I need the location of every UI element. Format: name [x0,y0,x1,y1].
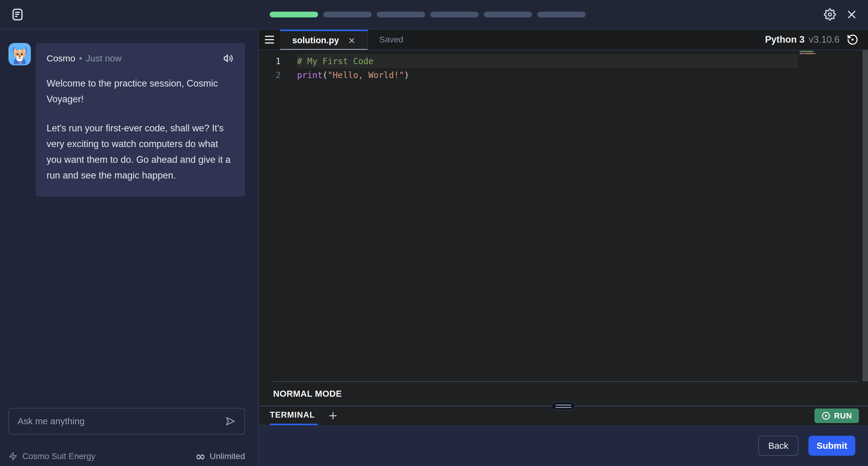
chat-message: Cosmo • Just now Welcome to the practice… [8,43,245,197]
sender-name: Cosmo [46,53,75,63]
vim-mode-label: NORMAL MODE [273,389,342,399]
terminal-tab-label: TERMINAL [270,410,315,420]
message-paragraph: Let's run your first-ever code, shall we… [46,120,234,183]
energy-status-row: Cosmo Suit Energy ∞ Unlimited [8,447,245,466]
workspace: solution.py Saved Python 3 v3.10.6 [259,30,868,466]
message-card: Cosmo • Just now Welcome to the practice… [36,43,245,197]
tab-solution-py[interactable]: solution.py [280,30,368,50]
progress-segment [430,12,479,18]
progress-segment [377,12,425,18]
chat-panel: Cosmo • Just now Welcome to the practice… [0,30,259,466]
run-button[interactable]: RUN [814,408,859,423]
code-line: 1 # My First Code [259,54,868,68]
lightning-bolt-icon [8,452,18,461]
runtime-version: v3.10.6 [809,34,840,45]
code-token-function: print [297,70,322,80]
play-icon [822,411,831,420]
back-button[interactable]: Back [758,436,799,456]
editor-scrollbar[interactable] [863,50,868,381]
message-separator: • [79,53,82,63]
infinity-icon: ∞ [195,452,205,461]
progress-segment [323,12,372,18]
send-icon[interactable] [224,415,236,427]
runtime-info: Python 3 v3.10.6 [765,30,868,50]
runtime-name: Python 3 [765,34,805,45]
save-status: Saved [379,35,403,45]
settings-gear-icon[interactable] [824,8,836,21]
run-button-label: RUN [834,411,852,420]
speaker-icon[interactable] [223,53,234,64]
submit-button[interactable]: Submit [808,436,855,456]
progress-segment [484,12,532,18]
code-token-punctuation: ( [322,70,328,80]
line-number: 1 [259,56,281,66]
code-line: 2 print("Hello, World!") [259,68,868,82]
editor-tab-bar: solution.py Saved Python 3 v3.10.6 [259,30,868,50]
panel-resize-divider [259,406,868,406]
progress-segment [270,12,318,18]
message-paragraph: Welcome to the practice session, Cosmic … [46,76,234,107]
lesson-progress [270,12,586,18]
minimap [800,51,815,55]
tab-close-icon[interactable] [348,37,355,44]
code-token-string: "Hello, World!" [328,70,404,80]
line-number: 2 [259,70,281,80]
progress-segment [537,12,586,18]
ask-input-container [8,408,245,435]
avatar [8,43,31,65]
hamburger-menu-icon[interactable] [259,30,280,50]
close-icon[interactable] [846,9,857,20]
add-terminal-icon[interactable] [328,411,338,420]
workspace-footer: Back Submit [259,425,868,466]
code-token-comment: # My First Code [297,56,373,66]
energy-label: Cosmo Suit Energy [22,452,95,461]
app-logo-icon[interactable] [11,7,24,22]
tab-filename: solution.py [292,35,339,46]
energy-value: Unlimited [210,452,245,461]
tab-terminal[interactable]: TERMINAL [270,406,318,425]
ask-input[interactable] [18,416,224,426]
code-editor[interactable]: 1 # My First Code 2 print("Hello, World!… [259,50,868,381]
top-bar [0,0,868,30]
message-timestamp: Just now [86,53,122,63]
reset-code-icon[interactable] [846,33,859,46]
resize-drag-handle[interactable] [551,402,576,411]
code-token-punctuation: ) [404,70,409,80]
